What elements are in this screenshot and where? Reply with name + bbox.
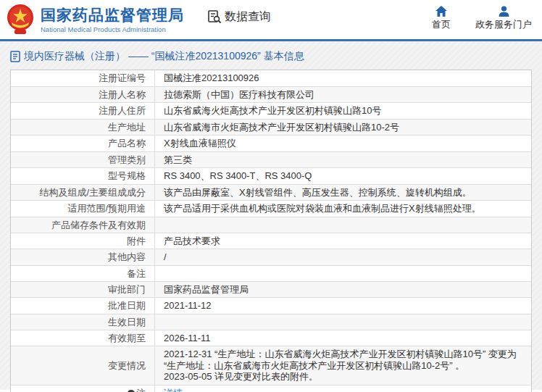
row-value (155, 266, 531, 281)
row-label: 注册人名称 (11, 87, 155, 103)
row-value: 第三类 (155, 152, 531, 168)
row-value: 2026-11-11 (155, 330, 531, 346)
row-value (155, 314, 531, 330)
national-emblem-logo (6, 4, 35, 36)
row-value: 该产品由屏蔽室、X射线管组件、高压发生器、控制系统、旋转机构组成。 (155, 185, 531, 201)
row-value: 国械注准20213100926 (155, 70, 531, 86)
site-header: 国家药品监督管理局 National Medical Products Admi… (0, 0, 542, 41)
table-row: 适用范围/预期用途该产品适用于采供血机构或医院对袋装血液和血液制品进行X射线辐照… (11, 201, 531, 217)
breadcrumb: 境内医疗器械（注册） —— “国械注准20213100926” 基本信息 (10, 48, 532, 70)
row-label: 生产地址 (11, 120, 155, 135)
document-icon (10, 51, 20, 62)
table-row: 备注 (11, 266, 531, 282)
row-label: 附件 (11, 233, 155, 249)
data-query-label: 数据查询 (225, 9, 271, 25)
table-row: 变更情况2021-12-31 “生产地址：山东省威海火炬高技术产业开发区初村镇骏… (11, 346, 531, 385)
table-row: 生效日期 (11, 314, 531, 330)
table-row: 注册证编号国械注准20213100926 (11, 70, 531, 87)
person-icon (499, 6, 509, 17)
table-row: 产品名称X射线血液辐照仪 (11, 135, 531, 152)
row-label: 注 (11, 385, 155, 392)
row-label: 其他内容 (11, 249, 155, 265)
header-nav: 首页 政务服务门户 (432, 6, 532, 31)
row-label: 产品储存条件及有效期 (11, 217, 155, 233)
row-label: 生效日期 (11, 314, 155, 330)
row-value-line: 2023-05-05 详见变更对比表的附件。 (164, 371, 524, 383)
info-table: 注册证编号国械注准20213100926注册人名称拉德索斯（中国）医疗科技有限公… (10, 70, 532, 392)
table-row: 型号规格RS 3400、RS 3400-T、RS 3400-Q (11, 168, 531, 185)
row-value-line: 2021-12-31 “生产地址：山东省威海火炬高技术产业开发区初村镇骏山路10… (164, 349, 524, 371)
nav-gov-portal[interactable]: 政务服务门户 (475, 6, 532, 31)
row-label: 变更情况 (11, 346, 155, 385)
row-value (155, 217, 531, 233)
table-row: 结构及组成/主要组成成分该产品由屏蔽室、X射线管组件、高压发生器、控制系统、旋转… (11, 185, 531, 201)
table-row: 管理类别第三类 (11, 152, 531, 169)
row-label: 注册证编号 (11, 70, 155, 86)
table-row: 注册人名称拉德索斯（中国）医疗科技有限公司 (11, 87, 531, 104)
detail-link[interactable]: 详情 (164, 388, 524, 392)
row-value: 该产品适用于采供血机构或医院对袋装血液和血液制品进行X射线辐照处理。 (155, 201, 531, 217)
row-value: 详情 (155, 385, 531, 392)
table-row: 产品储存条件及有效期 (11, 217, 531, 233)
table-row: 有效期至2026-11-11 (11, 330, 531, 347)
row-label: 审批部门 (11, 282, 155, 298)
table-row: 批准日期2021-11-12 (11, 298, 531, 314)
row-value: 山东省威海市火炬高技术产业开发区初村镇骏山路10-2号 (155, 120, 531, 135)
document-search-icon (207, 9, 222, 24)
row-value: 国家药品监督管理局 (155, 282, 531, 298)
row-value: 2021-12-31 “生产地址：山东省威海火炬高技术产业开发区初村镇骏山路10… (155, 346, 531, 385)
row-label: 注册人住所 (11, 103, 155, 119)
nav-home-label: 首页 (432, 18, 451, 31)
breadcrumb-text: 境内医疗器械（注册） —— “国械注准20213100926” 基本信息 (24, 50, 304, 63)
row-label: 备注 (11, 266, 155, 281)
row-value: 产品技术要求 (155, 233, 531, 249)
row-value: 山东省威海火炬高技术产业开发区初村镇骏山路10号 (155, 103, 531, 119)
table-row: 注册人住所山东省威海火炬高技术产业开发区初村镇骏山路10号 (11, 103, 531, 120)
data-query-tab[interactable]: 数据查询 (207, 9, 271, 25)
nav-home[interactable]: 首页 (432, 6, 451, 31)
row-value: 2021-11-12 (155, 298, 531, 314)
nav-gov-portal-label: 政务服务门户 (475, 18, 532, 31)
table-row: 附件产品技术要求 (11, 233, 531, 250)
org-subtitle: National Medical Products Administration (41, 25, 184, 33)
home-icon (435, 6, 447, 17)
table-row: 注详情 (11, 385, 531, 392)
row-label: 型号规格 (11, 168, 155, 184)
row-value: 拉德索斯（中国）医疗科技有限公司 (155, 87, 531, 103)
row-value: X射线血液辐照仪 (155, 135, 531, 151)
org-title: 国家药品监督管理局 (41, 7, 184, 24)
row-label: 管理类别 (11, 152, 155, 168)
row-value: RS 3400、RS 3400-T、RS 3400-Q (155, 168, 531, 184)
table-row: 其他内容/ (11, 249, 531, 266)
table-row: 审批部门国家药品监督管理局 (11, 282, 531, 299)
table-row: 生产地址山东省威海市火炬高技术产业开发区初村镇骏山路10-2号 (11, 120, 531, 136)
brand-block: 国家药品监督管理局 National Medical Products Admi… (41, 7, 184, 33)
row-label: 有效期至 (11, 330, 155, 346)
row-label: 结构及组成/主要组成成分 (11, 185, 155, 201)
row-label: 产品名称 (11, 135, 155, 151)
row-value: / (155, 249, 531, 265)
row-label: 批准日期 (11, 298, 155, 314)
content-area: 境内医疗器械（注册） —— “国械注准20213100926” 基本信息 注册证… (0, 41, 542, 390)
row-label: 适用范围/预期用途 (11, 201, 155, 217)
